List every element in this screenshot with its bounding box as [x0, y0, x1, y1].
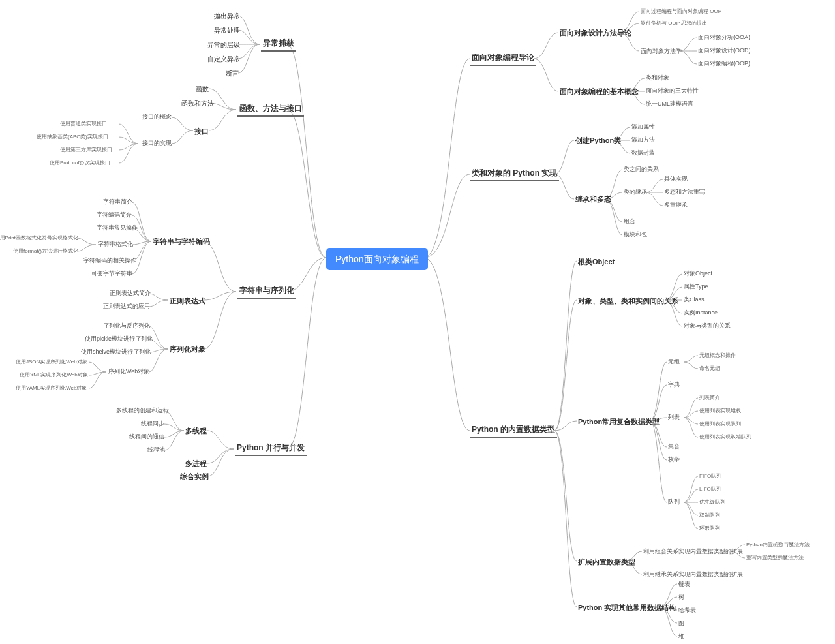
- node[interactable]: 统一UML建模语言: [646, 100, 693, 108]
- node[interactable]: 使用第三方库实现接口: [60, 147, 112, 153]
- node[interactable]: 使用列表实现堆栈: [699, 408, 741, 414]
- node[interactable]: 对象、类型、类和实例间的关系: [578, 296, 678, 305]
- node[interactable]: 面向对象设计方法导论: [560, 28, 631, 37]
- node[interactable]: Python常用复合数据类型: [578, 417, 660, 426]
- node[interactable]: FIFO队列: [699, 473, 721, 480]
- node[interactable]: Python内置函数与魔法方法: [746, 542, 810, 548]
- node[interactable]: 序列化对象: [170, 345, 205, 354]
- node[interactable]: 图: [678, 620, 684, 628]
- node[interactable]: 字符串常见操作: [97, 224, 138, 232]
- node[interactable]: 继承和多态: [575, 194, 611, 204]
- node[interactable]: 字符串格式化: [98, 241, 133, 249]
- node[interactable]: 线程间的通信: [129, 433, 164, 441]
- node[interactable]: 多线程的创建和运行: [116, 407, 169, 415]
- node[interactable]: 根类Object: [578, 257, 615, 266]
- node[interactable]: 使用列表实现队列: [699, 421, 741, 427]
- node[interactable]: 类Class: [684, 296, 705, 304]
- node[interactable]: 类的继承: [624, 189, 647, 196]
- node[interactable]: 使用pickle模块进行序列化: [85, 335, 153, 343]
- node[interactable]: 使用XML实现序列化Web对象: [20, 372, 88, 378]
- node[interactable]: 多重继承: [664, 202, 688, 209]
- node[interactable]: 命名元组: [699, 365, 720, 372]
- node[interactable]: 序列化与反序列化: [103, 322, 150, 330]
- node[interactable]: 面向对象方法学: [641, 48, 682, 55]
- node[interactable]: 软件危机与 OOP 思想的提出: [641, 20, 707, 27]
- node[interactable]: 对象与类型的关系: [684, 322, 731, 330]
- node[interactable]: 类之间的关系: [624, 166, 659, 174]
- node[interactable]: 优先级队列: [699, 499, 725, 506]
- node[interactable]: 多进程: [185, 459, 207, 468]
- node[interactable]: 具体实现: [664, 176, 688, 183]
- node[interactable]: 环形队列: [699, 525, 720, 532]
- node[interactable]: 实例Instance: [684, 309, 718, 317]
- node[interactable]: 元组: [668, 358, 680, 366]
- node[interactable]: LIFO队列: [699, 486, 721, 493]
- node[interactable]: 面向对象编程(OOP): [698, 60, 750, 68]
- node[interactable]: 链表: [678, 581, 690, 589]
- node[interactable]: 使用shelve模块进行序列化: [81, 348, 151, 356]
- node[interactable]: 多线程: [185, 426, 207, 435]
- node[interactable]: 正则表达式: [170, 296, 205, 305]
- node[interactable]: 自定义异常: [207, 55, 240, 63]
- node[interactable]: 哈希表: [678, 607, 696, 615]
- node[interactable]: 序列化Web对象: [108, 368, 149, 376]
- node[interactable]: 添加方法: [631, 136, 655, 144]
- node[interactable]: 创建Python类: [575, 136, 621, 145]
- node[interactable]: 字符串简介: [103, 198, 132, 206]
- node[interactable]: 使用JSON实现序列化Web对象: [16, 359, 87, 365]
- node[interactable]: 列表简介: [699, 395, 720, 401]
- node[interactable]: 使用抽象基类(ABC类)实现接口: [37, 134, 108, 140]
- node[interactable]: 面向过程编程与面向对象编程 OOP: [641, 8, 721, 15]
- node[interactable]: 接口的实现: [142, 140, 172, 147]
- node[interactable]: 字符编码简介: [97, 211, 132, 219]
- node[interactable]: 线程同步: [141, 420, 164, 428]
- node[interactable]: 利用组合关系实现内置数据类型的扩展: [643, 548, 743, 556]
- node[interactable]: 使用format()方法进行格式化: [0, 248, 78, 254]
- node[interactable]: 面向对象分析(OOA): [698, 34, 750, 42]
- node[interactable]: 函数和方法: [181, 99, 214, 108]
- node[interactable]: 模块和包: [624, 231, 647, 239]
- node[interactable]: 元组概念和操作: [699, 352, 736, 359]
- node[interactable]: 字符编码的相关操作: [84, 257, 136, 265]
- node-func[interactable]: 函数、方法与接口: [237, 103, 304, 117]
- node[interactable]: 使用普通类实现接口: [60, 121, 107, 127]
- node-string[interactable]: 字符串与序列化: [237, 285, 296, 299]
- node[interactable]: 堆: [678, 633, 684, 641]
- node[interactable]: 线程池: [147, 446, 165, 454]
- node[interactable]: 面向对象的三大特性: [646, 87, 699, 95]
- node[interactable]: 字典: [668, 381, 680, 389]
- node[interactable]: 接口: [194, 127, 209, 136]
- node[interactable]: 重写内置类型的魔法方法: [746, 555, 804, 561]
- node-class[interactable]: 类和对象的 Python 实现: [470, 168, 559, 181]
- node[interactable]: 扩展内置数据类型: [578, 557, 635, 566]
- node[interactable]: 多态和方法重写: [664, 189, 705, 196]
- root-node[interactable]: Python面向对象编程: [326, 248, 428, 270]
- node[interactable]: 使用列表实现双端队列: [699, 434, 752, 440]
- node-exception[interactable]: 异常捕获: [261, 38, 296, 52]
- node[interactable]: 综合实例: [180, 472, 209, 481]
- node[interactable]: 枚举: [668, 456, 680, 464]
- node[interactable]: 接口的概念: [142, 114, 172, 121]
- node[interactable]: 函数: [196, 85, 209, 93]
- node[interactable]: 使用YAML实现序列化Web对象: [16, 385, 87, 391]
- node[interactable]: 使用Print函数格式化符号实现格式化: [0, 235, 78, 241]
- node[interactable]: 正则表达式简介: [110, 290, 151, 298]
- node[interactable]: 对象Object: [684, 270, 712, 278]
- node[interactable]: 双端队列: [699, 512, 720, 519]
- node-intro[interactable]: 面向对象编程导论: [470, 52, 536, 66]
- node[interactable]: 正则表达式的应用: [103, 303, 150, 311]
- node[interactable]: 面向对象设计(OOD): [698, 47, 751, 55]
- node[interactable]: 字符串与字符编码: [153, 237, 210, 246]
- node[interactable]: 属性Type: [684, 283, 708, 291]
- node[interactable]: 断言: [226, 69, 239, 78]
- node[interactable]: 利用继承关系实现内置数据类型的扩展: [643, 571, 743, 579]
- node[interactable]: 使用Protocol协议实现接口: [50, 160, 110, 166]
- node[interactable]: 数据封装: [631, 149, 655, 157]
- node[interactable]: 异常的层级: [207, 40, 240, 49]
- node-parallel[interactable]: Python 并行与并发: [235, 442, 307, 456]
- node[interactable]: 可变字节字符串: [91, 270, 132, 278]
- node[interactable]: 组合: [624, 218, 635, 226]
- node[interactable]: 面向对象编程的基本概念: [560, 87, 639, 96]
- node[interactable]: 抛出异常: [214, 12, 240, 20]
- node[interactable]: 列表: [668, 414, 680, 422]
